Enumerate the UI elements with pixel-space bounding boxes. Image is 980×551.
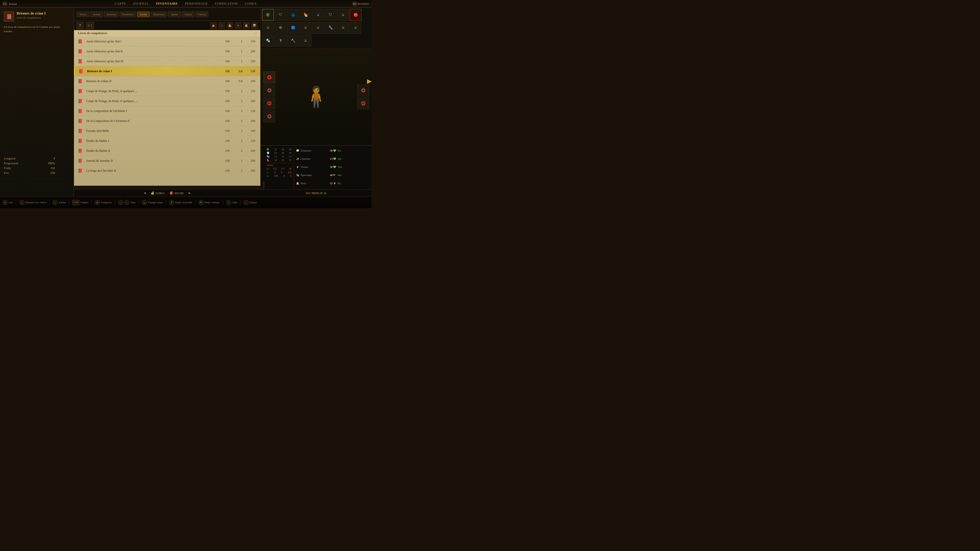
equip-right-2[interactable]: ⭕ (357, 97, 369, 109)
sort-icon-2[interactable]: # (218, 22, 225, 29)
list-item[interactable]: 📕 Briseurs de crânes II 100 0.8 200 (74, 76, 260, 86)
action-trier[interactable]: ↕ ↔ Trier (118, 200, 135, 205)
equip-slot-20[interactable]: ⚔ (300, 35, 311, 46)
item-v2-12: 1 (232, 159, 245, 163)
action-tenue[interactable]: △ Changer tenue (142, 200, 163, 205)
equip-slot-6[interactable]: 🛡 (325, 9, 336, 21)
list-item[interactable]: 📕 Aussi silencieux qu'un chat I 100 1 15… (74, 37, 260, 46)
tab-materiaux[interactable]: Matériaux (151, 11, 167, 17)
tab-quete[interactable]: Quête (168, 11, 181, 17)
list-item[interactable]: 📕 Études du Maître I 100 1 150 (74, 136, 260, 146)
equip-slot-13[interactable]: ⚔ (312, 22, 324, 34)
equip-slot-14[interactable]: 🔧 (325, 22, 336, 34)
sort-icon-4[interactable]: ♥ (235, 22, 242, 29)
sort-button[interactable]: ↕ (118, 200, 123, 205)
x-button[interactable]: ✕ (3, 200, 8, 205)
equip-slot-9[interactable]: ⚔ (262, 22, 274, 34)
equip-slot-19[interactable]: 🔨 (287, 35, 299, 46)
list-item-selected[interactable]: 📕 Briseurs de crâne I 100 0.8 150 (74, 66, 260, 76)
quit-button[interactable]: ○ (243, 200, 248, 205)
equip-left-2[interactable]: ⭕ (263, 84, 275, 96)
nav-inventaire[interactable]: INVENTAIRE (156, 2, 178, 6)
tab-livres[interactable]: Livres (137, 11, 150, 17)
tab-nourriture[interactable]: Nourriture (120, 11, 136, 17)
equip-slot-5[interactable]: ⚔ (312, 9, 324, 21)
equip-slot-7[interactable]: ⚔ (337, 9, 349, 21)
sort-button-2[interactable]: ↔ (124, 200, 129, 205)
nav-journal[interactable]: JOURNAL (133, 2, 149, 6)
equip-slot-head[interactable]: 🪖 (262, 9, 274, 21)
sort-icon-5[interactable]: 🔒 (243, 22, 250, 29)
list-item[interactable]: 📕 Aussi silencieux qu'un chat III 100 1 … (74, 56, 260, 66)
action-categories[interactable]: ⊕ Catégories (95, 200, 112, 205)
equip-left-4[interactable]: ⭕ (263, 110, 275, 122)
equip-slot-18[interactable]: 🗡 (275, 35, 286, 46)
r2-action-button[interactable]: R2 (199, 200, 204, 205)
action-lacher[interactable]: ○ Lâcher (52, 200, 66, 205)
circle-button[interactable]: ○ (52, 200, 58, 205)
tab-autres[interactable]: Autres (182, 11, 194, 17)
equip-slot-8[interactable]: 🔴 (350, 9, 361, 21)
sort-az-button[interactable]: A↕Z (86, 22, 94, 29)
tab-toutes[interactable]: Toutes (76, 11, 89, 17)
equip-slot-3[interactable]: 🧥 (287, 9, 299, 21)
r2-button[interactable]: R2 (352, 2, 357, 6)
categories-button[interactable]: ⊕ (95, 200, 100, 205)
left-equip-slots: ⭕ ⭕ ⭕ ⭕ (263, 71, 275, 122)
list-item[interactable]: 📕 Journal de forestier II 100 1 200 (74, 156, 260, 166)
equip-slot-12[interactable]: ⚔ (300, 22, 311, 34)
sort-icon-6[interactable]: 📦 (251, 22, 258, 29)
equip-slot-16[interactable]: ⚔ (350, 22, 361, 34)
list-item[interactable]: 📕 Extraits dela Bible 100 1 100 (74, 126, 260, 136)
list-item[interactable]: 📕 Études du Maître II 100 1 200 (74, 146, 260, 156)
action-envoyer[interactable]: □ Envoyer vers cheval (19, 200, 46, 205)
armor-values: 🪖 13 14 16 👕 21 35 35 🧤 12 12 (266, 147, 293, 195)
capacity-indicator: 🎒 303/340 (170, 191, 183, 195)
action-lire[interactable]: ✕ Lire (3, 200, 13, 205)
list-item[interactable]: 📕 Coups de Poings, de Pieds, et quelques… (74, 96, 260, 106)
arrow-right[interactable]: ▶ (367, 78, 372, 85)
action-ceinture[interactable]: R2 Empl. ceinture (199, 200, 220, 205)
equip-slot-10[interactable]: ⚙ (275, 22, 286, 34)
equip-slot-11[interactable]: 🔵 (287, 22, 299, 34)
help-button[interactable]: ? (226, 200, 231, 205)
nav-fabrication[interactable]: FABRICATION (215, 2, 238, 6)
equip-slot-15[interactable]: ⚔ (337, 22, 349, 34)
equip-left-3[interactable]: ⭕ (263, 97, 275, 109)
list-item[interactable]: 📕 De la composition de l'alchimie I 100 … (74, 106, 260, 116)
list-item[interactable]: 📕 Aussi silencieux qu'un chat II 100 1 2… (74, 46, 260, 56)
nav-carte[interactable]: CARTE (115, 2, 126, 6)
triangle-button[interactable]: △ (142, 200, 147, 205)
nav-codex[interactable]: CODEX (245, 2, 257, 6)
item-v1-7: 100 (219, 109, 232, 113)
item-v3-5: 150 (245, 89, 257, 93)
lr-button[interactable]: L1 R1 (72, 200, 80, 205)
l2-button[interactable]: L2 (3, 2, 7, 6)
nav-personnage[interactable]: PERSONNAGE (185, 2, 208, 6)
tab-armures[interactable]: Armures (104, 11, 119, 17)
r-button[interactable]: R (169, 200, 174, 205)
item-v3-10: 150 (245, 139, 257, 143)
item-detail-panel: 📕 Briseurs de crâne I Livre de compétenc… (0, 8, 74, 197)
weapon-row-2: ⚔ 199 0 0 (266, 175, 291, 177)
equip-right-1[interactable]: ⭕ (357, 84, 369, 96)
tab-armes[interactable]: Armes (90, 11, 103, 17)
sort-icon-3[interactable]: 💪 (227, 22, 233, 29)
action-onglets[interactable]: L1 R1 Onglets (72, 200, 88, 205)
equip-slot-17[interactable]: 🔩 (262, 35, 274, 46)
action-quitter[interactable]: ○ Quitter (243, 200, 257, 205)
sort-icon-1[interactable]: ⛺ (210, 22, 217, 29)
square-button[interactable]: □ (19, 200, 24, 205)
equip-slot-2[interactable]: 🛡 (275, 9, 286, 21)
tab-cheval[interactable]: Cheval (196, 11, 208, 17)
equip-slot-4[interactable]: 🍖 (300, 9, 311, 21)
list-item[interactable]: 📕 De la Composition de l'Alchimie II 100… (74, 116, 260, 126)
list-item[interactable]: 📕 La forge du Chevalier II 100 1 200 (74, 166, 260, 176)
filter-button[interactable]: ▼ (76, 22, 84, 29)
list-item[interactable]: 📕 Coups de Poings, de Pieds, et quelques… (74, 86, 260, 96)
equip-left-1[interactable]: ⭕ (263, 71, 275, 83)
journal-button[interactable]: L2 Journal (3, 2, 17, 6)
action-aide[interactable]: ? Aide (226, 200, 237, 205)
action-escarcelle[interactable]: R Empl. escarcelle (169, 200, 192, 205)
item-name-7: De la composition de l'alchimie I (86, 109, 219, 113)
